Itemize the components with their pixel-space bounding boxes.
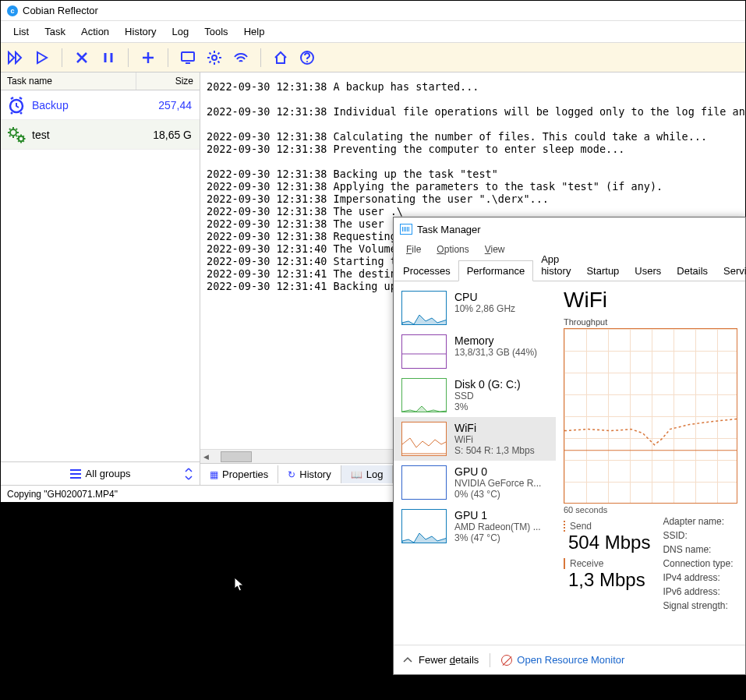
tab-log[interactable]: 📖Log	[341, 465, 394, 483]
monitor-icon[interactable]	[178, 48, 198, 68]
task-manager-icon	[400, 224, 412, 235]
tab-app-history[interactable]: App history	[533, 249, 578, 281]
task-row[interactable]: Backup 257,44	[1, 90, 200, 120]
tm-card-cpu[interactable]: CPU10% 2,86 GHz	[394, 286, 556, 330]
toolbar	[1, 43, 745, 72]
stop-icon[interactable]	[72, 48, 92, 68]
throughput-label: Throughput	[564, 317, 737, 327]
log-icon: 📖	[351, 469, 362, 480]
chevron-up-icon[interactable]	[403, 656, 412, 664]
send-value: 504 Mbps	[564, 532, 650, 553]
tab-users[interactable]: Users	[627, 261, 669, 281]
clock-icon	[1, 95, 32, 115]
tm-card-wifi[interactable]: WiFiWiFiS: 504 R: 1,3 Mbps	[394, 417, 556, 461]
menu-help[interactable]: Help	[236, 23, 273, 40]
menu-history[interactable]: History	[117, 23, 164, 40]
settings-icon[interactable]	[204, 48, 225, 68]
tab-properties[interactable]: ▦Properties	[200, 465, 278, 483]
card-subtitle2: 3% (47 °C)	[454, 532, 548, 543]
tab-startup[interactable]: Startup	[578, 261, 627, 281]
tm-footer: Fewer details Open Resource Monitor	[394, 645, 745, 674]
tab-performance[interactable]: Performance	[458, 260, 533, 281]
tm-menu-view[interactable]: View	[477, 242, 513, 256]
task-name: test	[32, 129, 153, 141]
menu-task[interactable]: Task	[37, 23, 73, 40]
tm-card-disk-0-g-c-[interactable]: Disk 0 (G: C:)SSD3%	[394, 373, 556, 417]
groups-bar[interactable]: All groups	[1, 461, 200, 485]
card-subtitle: AMD Radeon(TM) ...	[454, 521, 548, 532]
list-icon	[70, 469, 81, 479]
tm-card-gpu-0[interactable]: GPU 0NVIDIA GeForce R...0% (43 °C)	[394, 461, 556, 504]
home-icon[interactable]	[270, 48, 291, 68]
task-header: Task name Size	[1, 72, 200, 90]
mini-graph-icon	[401, 291, 447, 325]
card-text: Memory13,8/31,3 GB (44%)	[454, 334, 548, 358]
mini-graph-icon	[401, 334, 447, 369]
column-size[interactable]: Size	[136, 72, 200, 90]
run-icon[interactable]	[32, 48, 52, 68]
task-size: 257,44	[158, 99, 200, 111]
separator	[168, 48, 168, 67]
help-icon[interactable]	[297, 48, 317, 68]
column-task-name[interactable]: Task name	[1, 72, 136, 90]
tab-history[interactable]: ↻History	[278, 465, 341, 483]
expand-icon[interactable]	[184, 468, 193, 480]
separator	[490, 653, 490, 667]
card-text: GPU 0NVIDIA GeForce R...0% (43 °C)	[454, 465, 548, 500]
adapter-detail-row: Adapter name:	[663, 514, 733, 529]
status-text: Copying "GH020071.MP4"	[7, 489, 118, 500]
metric-send: Send 504 Mbps Receive 1,3 Mbps	[564, 521, 650, 613]
receive-label: Receive	[564, 558, 650, 569]
send-label: Send	[564, 521, 650, 532]
tm-menu-file[interactable]: File	[398, 242, 429, 256]
menu-tools[interactable]: Tools	[196, 23, 235, 40]
card-title: GPU 0	[454, 465, 548, 478]
wifi-chart	[564, 328, 737, 504]
tab-processes[interactable]: Processes	[395, 261, 458, 281]
titlebar[interactable]: c Cobian Reflector	[1, 1, 745, 21]
card-subtitle2: 3%	[454, 401, 548, 412]
network-icon[interactable]	[231, 48, 251, 68]
card-subtitle2: 0% (43 °C)	[454, 489, 548, 500]
task-row[interactable]: test 18,65 G	[1, 120, 200, 150]
app-title: Cobian Reflector	[23, 5, 98, 16]
menu-list[interactable]: List	[5, 23, 37, 40]
svg-point-3	[306, 61, 308, 62]
fewer-details[interactable]: Fewer details	[419, 654, 479, 666]
adapter-detail-row: Signal strength:	[663, 599, 733, 613]
mini-graph-icon	[401, 422, 447, 456]
tm-card-memory[interactable]: Memory13,8/31,3 GB (44%)	[394, 330, 556, 373]
separator	[62, 48, 62, 67]
mini-graph-icon	[401, 465, 447, 500]
svg-point-1	[212, 55, 217, 60]
tm-card-gpu-1[interactable]: GPU 1AMD Radeon(TM) ...3% (47 °C)	[394, 504, 556, 548]
card-text: WiFiWiFiS: 504 R: 1,3 Mbps	[454, 422, 548, 456]
tm-tabs: Processes Performance App history Startu…	[394, 258, 745, 281]
adapter-detail-row: IPv4 address:	[663, 571, 733, 585]
scroll-left-icon[interactable]: ◀	[200, 451, 211, 462]
history-icon: ↻	[288, 469, 295, 480]
adapter-details: Adapter name:SSID:DNS name:Connection ty…	[663, 514, 733, 613]
task-list: Backup 257,44 test 18,65 G	[1, 90, 200, 461]
groups-label: All groups	[86, 468, 131, 479]
tab-services[interactable]: Services	[716, 261, 746, 281]
card-subtitle: WiFi	[454, 434, 548, 445]
run-all-icon[interactable]	[5, 48, 26, 68]
tab-details[interactable]: Details	[669, 261, 716, 281]
menubar: List Task Action History Log Tools Help	[1, 21, 745, 43]
mini-graph-icon	[401, 378, 447, 412]
tm-title: Task Manager	[417, 224, 481, 235]
tm-menu-options[interactable]: Options	[429, 242, 476, 256]
adapter-detail-row: DNS name:	[663, 543, 733, 557]
open-resource-monitor[interactable]: Open Resource Monitor	[501, 654, 624, 666]
resource-monitor-icon	[501, 655, 512, 666]
task-size: 18,65 G	[153, 129, 200, 141]
menu-action[interactable]: Action	[73, 23, 117, 40]
tm-titlebar[interactable]: Task Manager	[394, 217, 745, 241]
card-title: CPU	[454, 291, 548, 303]
menu-log[interactable]: Log	[164, 23, 197, 40]
add-icon[interactable]	[138, 48, 158, 68]
scroll-thumb[interactable]	[221, 451, 252, 462]
separator	[128, 48, 129, 67]
pause-icon[interactable]	[98, 48, 118, 68]
